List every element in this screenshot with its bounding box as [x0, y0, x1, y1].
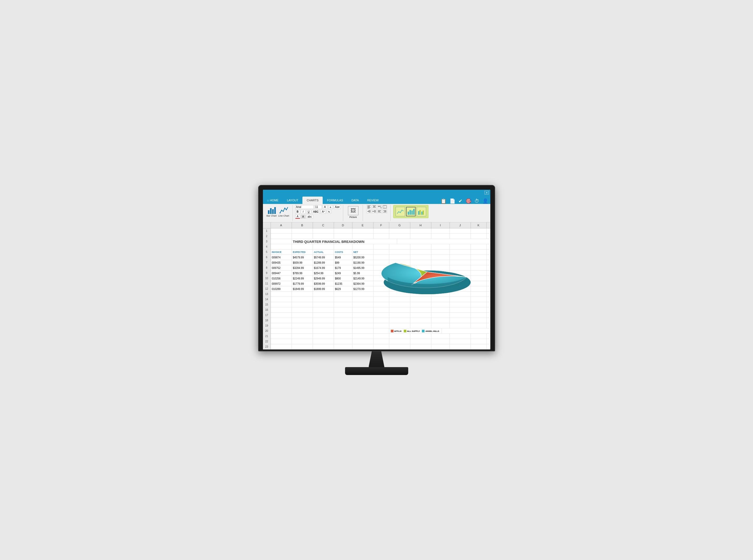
tab-home[interactable]: ⌂ HOME — [263, 197, 283, 204]
cell-a7[interactable]: 009435 — [271, 260, 292, 265]
cell-e7[interactable]: $1190.99 — [352, 260, 374, 265]
cell-b8[interactable]: $3284.99 — [292, 265, 313, 271]
underline-button[interactable]: U — [306, 210, 311, 214]
bar-style-button[interactable] — [406, 207, 416, 216]
cell-c10[interactable]: $2949.99 — [313, 276, 334, 281]
cell-e1[interactable] — [352, 228, 374, 234]
close-button[interactable]: ✕ — [484, 191, 489, 195]
align-top-left[interactable] — [366, 205, 371, 209]
cell-d2[interactable] — [334, 234, 352, 239]
cell-d4[interactable] — [334, 244, 352, 249]
abc-lower-button[interactable]: abc — [306, 215, 313, 219]
cell-e11[interactable]: $2364.99 — [352, 281, 374, 286]
cell-a12[interactable]: 010289 — [271, 286, 292, 292]
cell-a10[interactable]: 010256 — [271, 276, 292, 281]
col-header-g[interactable]: G — [389, 222, 410, 228]
align-top-center[interactable] — [372, 205, 377, 209]
tab-review[interactable]: REVIEW — [363, 197, 383, 204]
bar-chart-button[interactable]: Bar Chart — [266, 206, 277, 217]
cell-b2[interactable] — [292, 234, 313, 239]
clipboard-icon[interactable]: 📋 — [441, 198, 447, 204]
cell-e6[interactable]: $5200.99 — [352, 255, 374, 260]
cell-a3[interactable] — [271, 239, 292, 244]
col-header-e[interactable]: E — [352, 222, 374, 228]
cell-d10[interactable]: $800 — [334, 276, 352, 281]
bold-button[interactable]: B — [295, 210, 300, 214]
font-size-input[interactable] — [315, 205, 322, 209]
cell-d1[interactable] — [334, 228, 352, 234]
person-icon[interactable]: 👤 — [482, 198, 488, 204]
picture-button[interactable]: 🖼 — [348, 206, 358, 215]
tab-charts[interactable]: CHARTS — [302, 197, 323, 204]
cell-b7[interactable]: $939.99 — [292, 260, 313, 265]
col-header-j[interactable]: J — [450, 222, 471, 228]
target-icon[interactable]: 🎯 — [465, 198, 471, 204]
header-invoice[interactable]: INVOICE — [271, 249, 292, 255]
line-chart-button[interactable]: Line Chart — [278, 206, 289, 217]
cell-d8[interactable]: $179 — [334, 265, 352, 271]
header-costs[interactable]: COSTS — [334, 249, 352, 255]
cell-e4[interactable] — [352, 244, 374, 249]
cell-c8[interactable]: $1674.99 — [313, 265, 334, 271]
cell-d12[interactable]: $629 — [334, 286, 352, 292]
cell-b9[interactable]: $789.99 — [292, 271, 313, 276]
align-right[interactable] — [382, 209, 387, 213]
merge-cells[interactable] — [382, 205, 387, 209]
cell-a11[interactable]: 009972 — [271, 281, 292, 286]
grouped-bar-style-button[interactable] — [417, 207, 426, 216]
subscript-button[interactable]: A₂ — [326, 210, 331, 214]
col-header-k[interactable]: K — [471, 222, 487, 228]
font-color-button[interactable]: A — [295, 215, 300, 219]
superscript-button[interactable]: A² — [321, 210, 326, 214]
cell-c9[interactable]: $254.99 — [313, 271, 334, 276]
cell-b1[interactable] — [292, 228, 313, 234]
cell-b10[interactable]: $2249.99 — [292, 276, 313, 281]
header-expected[interactable]: EXPECTED — [292, 249, 313, 255]
col-header-c[interactable]: C — [313, 222, 334, 228]
cell-c7[interactable]: $1289.99 — [313, 260, 334, 265]
cell-b6[interactable]: $4579.99 — [292, 255, 313, 260]
cell-a2[interactable] — [271, 234, 292, 239]
cell-e10[interactable]: $2149.99 — [352, 276, 374, 281]
cell-e8[interactable]: $1495.99 — [352, 265, 374, 271]
align-left[interactable] — [377, 209, 382, 213]
cell-e9[interactable]: $5.99 — [352, 271, 374, 276]
cell-c2[interactable] — [313, 234, 334, 239]
cell-b11[interactable]: $1779.99 — [292, 281, 313, 286]
cell-d11[interactable]: $1235 — [334, 281, 352, 286]
col-header-i[interactable]: I — [431, 222, 450, 228]
header-actual[interactable]: ACTUAL — [313, 249, 334, 255]
col-header-f[interactable]: F — [374, 222, 389, 228]
indent-more[interactable] — [372, 209, 377, 213]
font-increase-button[interactable]: A — [323, 205, 328, 209]
indent-less[interactable] — [366, 209, 371, 213]
cell-d6[interactable]: $549 — [334, 255, 352, 260]
cell-a4[interactable] — [271, 244, 292, 249]
cell-c11[interactable]: $3599.99 — [313, 281, 334, 286]
font-format-aa-button[interactable]: Aa▾ — [334, 205, 341, 209]
tab-data[interactable]: DATA — [348, 197, 363, 204]
checkmark-icon[interactable]: ✔ — [458, 198, 462, 204]
cell-c1[interactable] — [313, 228, 334, 234]
col-header-b[interactable]: B — [292, 222, 313, 228]
font-face-input[interactable] — [295, 205, 314, 209]
list-icon[interactable]: 📄 — [450, 198, 455, 204]
cell-a6[interactable]: 009874 — [271, 255, 292, 260]
cell-b12[interactable]: $1849.99 — [292, 286, 313, 292]
clock-icon[interactable]: ⏱ — [475, 198, 479, 204]
cell-d9[interactable]: $249 — [334, 271, 352, 276]
italic-button[interactable]: I — [301, 210, 305, 214]
wrap-text[interactable] — [377, 205, 382, 209]
cell-c12[interactable]: $1899.99 — [313, 286, 334, 292]
col-header-h[interactable]: H — [410, 222, 431, 228]
tab-formulas[interactable]: FORMULAS — [323, 197, 347, 204]
cell-d7[interactable]: $99 — [334, 260, 352, 265]
cell-e12[interactable]: $1270.99 — [352, 286, 374, 292]
cell-c4[interactable] — [313, 244, 334, 249]
cell-a8[interactable]: 009752 — [271, 265, 292, 271]
header-net[interactable]: NET — [352, 249, 374, 255]
cell-a1[interactable] — [271, 228, 292, 234]
cell-a9[interactable]: 009447 — [271, 271, 292, 276]
font-bg-button[interactable]: A — [301, 215, 305, 219]
cell-e2[interactable] — [352, 234, 374, 239]
